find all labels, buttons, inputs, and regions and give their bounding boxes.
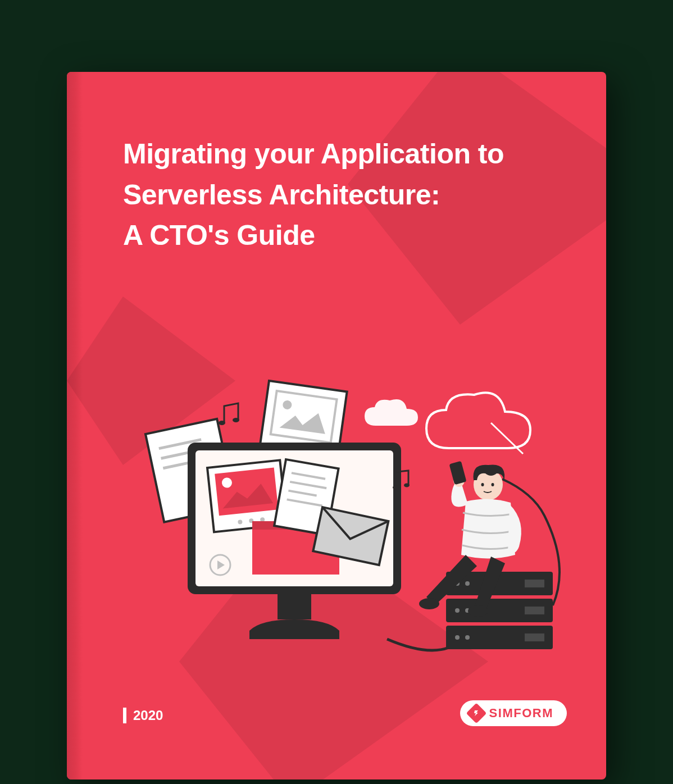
svg-rect-21 <box>215 468 278 516</box>
svg-point-35 <box>393 486 398 490</box>
svg-point-8 <box>233 418 239 422</box>
year-bar-icon <box>123 708 126 723</box>
svg-rect-48 <box>525 580 544 587</box>
svg-point-7 <box>219 421 225 425</box>
title-line-2: Serverless Architecture: <box>123 175 561 216</box>
title-line-3: A CTO's Guide <box>123 215 561 256</box>
cover-title: Migrating your Application to Serverless… <box>123 134 561 256</box>
ebook-cover: Migrating your Application to Serverless… <box>67 72 606 780</box>
svg-rect-49 <box>525 607 544 614</box>
monitor-icon <box>188 443 401 639</box>
server-stack-icon <box>446 572 553 649</box>
svg-point-36 <box>404 484 410 487</box>
brand-logo-icon <box>466 703 486 724</box>
svg-point-52 <box>481 483 484 486</box>
cover-illustration <box>112 370 572 673</box>
svg-point-43 <box>465 581 470 586</box>
cloud-icon-small <box>365 399 418 426</box>
title-line-1: Migrating your Application to <box>123 134 561 175</box>
svg-rect-19 <box>278 594 311 619</box>
svg-point-57 <box>468 605 488 617</box>
svg-point-47 <box>465 635 470 640</box>
cloud-server-icon <box>426 393 530 454</box>
music-note-icon <box>219 403 239 425</box>
brand-badge: SIMFORM <box>460 700 567 726</box>
svg-point-46 <box>455 635 460 640</box>
svg-rect-55 <box>449 461 466 485</box>
year-block: 2020 <box>123 708 163 723</box>
svg-point-44 <box>455 608 460 613</box>
year-text: 2020 <box>133 708 163 723</box>
svg-point-56 <box>419 598 439 609</box>
cover-surface: Migrating your Application to Serverless… <box>67 72 606 780</box>
svg-rect-50 <box>525 633 544 641</box>
svg-point-53 <box>492 483 494 486</box>
brand-name: SIMFORM <box>489 706 553 721</box>
cable <box>387 639 449 650</box>
